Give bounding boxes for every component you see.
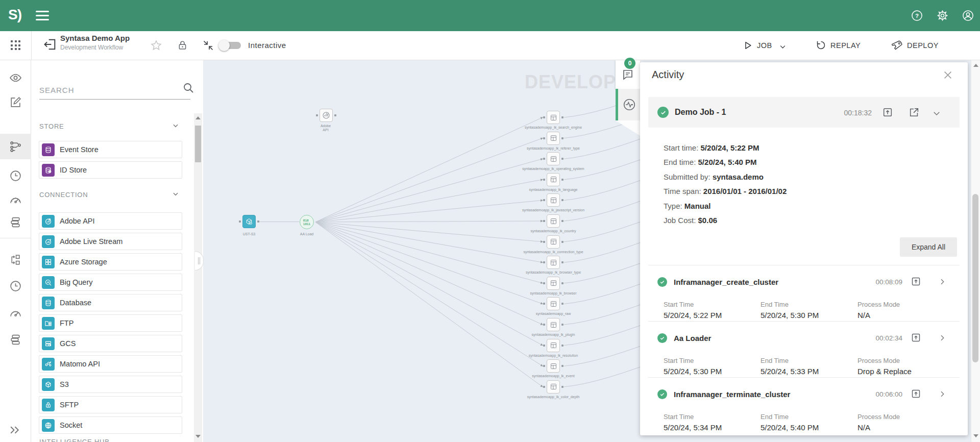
section-header-connection[interactable]: CONNECTION: [39, 191, 88, 199]
node-port[interactable]: [561, 116, 564, 118]
node-port[interactable]: [561, 261, 564, 263]
node-port[interactable]: [561, 345, 564, 347]
activity-button[interactable]: [616, 89, 640, 120]
node-lookup-table[interactable]: [547, 173, 560, 186]
palette-scrollbar[interactable]: [194, 113, 202, 442]
node-port[interactable]: [316, 114, 318, 116]
palette-item-azure-storage[interactable]: Azure Storage: [39, 253, 182, 271]
sub-job-row[interactable]: Aa Loader00:02:34Start TimeEnd TimeProce…: [640, 325, 968, 376]
node-lookup-table[interactable]: [547, 256, 560, 269]
node-port[interactable]: [543, 303, 545, 305]
external-link-icon[interactable]: [909, 107, 920, 118]
node-port[interactable]: [543, 241, 545, 243]
replay-icon[interactable]: [816, 40, 826, 51]
node-lookup-table[interactable]: [547, 214, 560, 228]
node-lookup-table[interactable]: [547, 339, 560, 352]
datasets-layers-icon[interactable]: [9, 333, 22, 346]
node-port[interactable]: [257, 220, 259, 223]
job-summary-card[interactable]: Demo Job - 1 00:18:32: [648, 97, 960, 128]
node-port[interactable]: [561, 324, 564, 326]
node-lookup-table[interactable]: [547, 297, 560, 310]
open-log-icon[interactable]: [882, 107, 893, 118]
node-lookup-table[interactable]: [547, 359, 560, 373]
node-lookup-table[interactable]: [547, 380, 560, 394]
expand-chevron-icon[interactable]: [938, 390, 946, 398]
node-port[interactable]: [543, 137, 545, 139]
node-port[interactable]: [561, 282, 564, 284]
job-dropdown-chevron-icon[interactable]: [779, 43, 787, 51]
deploy-rocket-icon[interactable]: [892, 39, 903, 51]
lock-icon[interactable]: [177, 40, 188, 51]
node-lookup-table[interactable]: [547, 318, 560, 331]
node-port[interactable]: [543, 116, 545, 118]
settings-gear-icon[interactable]: [937, 10, 948, 21]
node-port[interactable]: [561, 199, 564, 201]
sub-job-row[interactable]: Inframanager_terminate_cluster00:06:00St…: [640, 381, 968, 432]
favorite-star-icon[interactable]: [150, 39, 162, 52]
play-icon[interactable]: [743, 40, 753, 51]
node-port[interactable]: [543, 282, 545, 284]
preview-eye-icon[interactable]: [9, 71, 22, 84]
schedule-clock-icon[interactable]: [9, 169, 22, 182]
palette-item-id-store[interactable]: ID Store: [39, 161, 182, 179]
interactive-toggle-knob[interactable]: [218, 40, 230, 51]
open-log-icon[interactable]: [911, 332, 921, 343]
node-port[interactable]: [239, 220, 241, 223]
node-port[interactable]: [561, 303, 564, 305]
node-port[interactable]: [561, 179, 564, 181]
palette-item-adobe-live-stream[interactable]: Adobe Live Stream: [39, 233, 182, 250]
expand-all-button[interactable]: Expand All: [900, 237, 957, 257]
section-collapse-chevron-icon[interactable]: [172, 190, 179, 198]
palette-item-ftp[interactable]: FTP: [39, 314, 182, 332]
exit-workflow-icon[interactable]: [43, 37, 57, 52]
node-port[interactable]: [543, 179, 545, 181]
open-log-icon[interactable]: [911, 276, 921, 287]
metrics-gauge-icon[interactable]: [9, 307, 22, 320]
deploy-button[interactable]: DEPLOY: [907, 41, 939, 50]
section-collapse-chevron-icon[interactable]: [172, 122, 179, 129]
dashboard-gauge-icon[interactable]: [9, 194, 22, 207]
node-lookup-table[interactable]: [547, 152, 560, 165]
sitemap-icon[interactable]: [9, 254, 22, 266]
palette-item-adobe-api[interactable]: Adobe API: [39, 212, 182, 230]
search-input[interactable]: SEARCH: [39, 86, 75, 94]
replay-button[interactable]: REPLAY: [830, 41, 861, 50]
node-port[interactable]: [543, 261, 545, 263]
node-port[interactable]: [561, 137, 564, 139]
main-scrollbar-thumb[interactable]: [972, 194, 978, 362]
collapse-chevron-icon[interactable]: [932, 109, 941, 118]
node-lookup-table[interactable]: [547, 111, 560, 124]
node-port[interactable]: [543, 386, 545, 388]
edit-icon[interactable]: [9, 96, 22, 109]
palette-item-socket[interactable]: Socket: [39, 416, 182, 434]
palette-item-s3[interactable]: S3: [39, 376, 182, 393]
node-port[interactable]: [543, 199, 545, 201]
workflow-flow-icon[interactable]: [9, 140, 22, 153]
menu-hamburger-icon[interactable]: [36, 11, 49, 20]
node-port[interactable]: [561, 365, 564, 367]
palette-item-event-store[interactable]: Event Store: [39, 141, 182, 158]
node-aa-load[interactable]: 0101011: [300, 215, 314, 229]
open-log-icon[interactable]: [911, 388, 921, 399]
node-lookup-table[interactable]: [547, 193, 560, 207]
node-source-s3[interactable]: [242, 215, 256, 228]
palette-item-database[interactable]: Database: [39, 294, 182, 311]
apps-grid-icon[interactable]: [11, 40, 21, 51]
node-port[interactable]: [561, 241, 564, 243]
palette-item-gcs[interactable]: GCS: [39, 335, 182, 352]
layers-stack-icon[interactable]: [9, 216, 22, 229]
node-port[interactable]: [561, 220, 564, 222]
node-port[interactable]: [543, 365, 545, 367]
palette-item-big-query[interactable]: Big Query: [39, 274, 182, 291]
expand-chevron-icon[interactable]: [938, 334, 946, 342]
sub-job-row[interactable]: Inframanager_create_cluster00:08:09Start…: [640, 269, 968, 320]
node-port[interactable]: [543, 345, 545, 347]
node-port[interactable]: [543, 220, 545, 222]
node-port[interactable]: [543, 324, 545, 326]
section-header-store[interactable]: STORE: [39, 122, 64, 130]
palette-scrollbar-thumb[interactable]: [195, 126, 201, 162]
palette-item-matomo-api[interactable]: Matomo API: [39, 355, 182, 373]
node-port[interactable]: [334, 114, 336, 116]
node-port[interactable]: [561, 158, 564, 160]
search-icon[interactable]: [182, 82, 194, 94]
